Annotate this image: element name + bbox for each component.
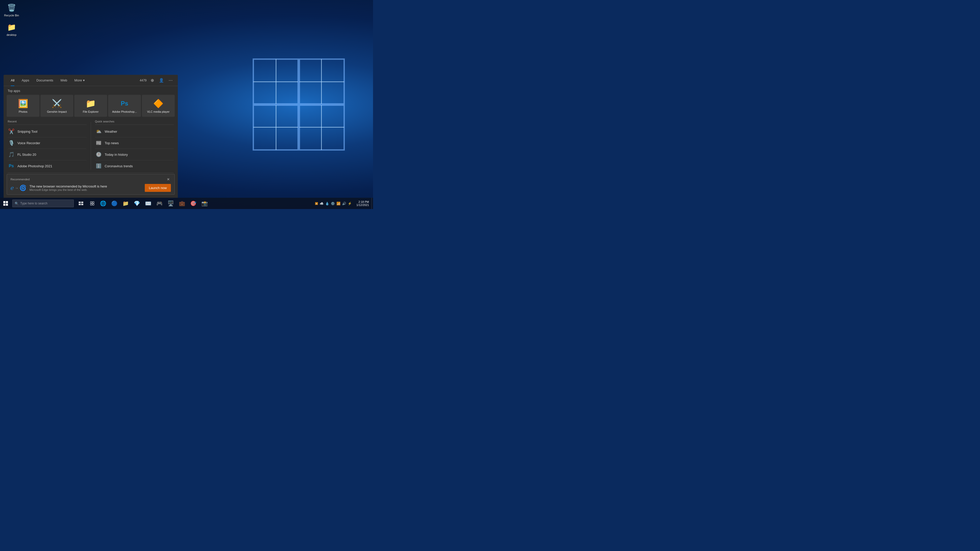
quick-coronavirus[interactable]: ℹ️ Coronavirus trends (95, 160, 174, 171)
weather-label: Weather (105, 130, 117, 133)
recommended-label: Recommended (11, 178, 30, 181)
taskbar-chrome[interactable]: 🔵 (109, 198, 120, 209)
photoshop-icon: Ps (119, 98, 130, 109)
file-explorer-label: File Explorer (83, 110, 99, 113)
taskbar-file-explorer[interactable]: 📁 (120, 198, 131, 209)
tray-expand-icon[interactable]: 🔼 (315, 202, 318, 205)
search-placeholder: Type here to search (20, 202, 48, 205)
photoshop-label: Adobe Photoshop... (112, 110, 137, 113)
quick-top-news[interactable]: 📰 Top news (95, 137, 174, 149)
tab-more[interactable]: More ▾ (71, 75, 88, 86)
quick-today-history[interactable]: 🕐 Today in history (95, 149, 174, 160)
arrow-icon: → (15, 186, 18, 190)
recycle-bin-label: Recycle Bin (4, 14, 19, 17)
recycle-bin-icon[interactable]: 🗑️ Recycle Bin (3, 3, 21, 17)
coronavirus-label: Coronavirus trends (105, 164, 133, 168)
quick-weather[interactable]: ⛅ Weather (95, 126, 174, 137)
recent-item-voice[interactable]: 🎙️ Voice Recorder (8, 137, 87, 149)
task-view-button[interactable] (76, 198, 86, 209)
taskbar-steam[interactable]: 🎯 (188, 198, 199, 209)
start-button[interactable] (0, 198, 11, 209)
fl-studio-label: FL Studio 20 (18, 152, 36, 157)
photoshop-recent-icon: Ps (8, 162, 15, 170)
recent-item-fl[interactable]: 🎵 FL Studio 20 (8, 149, 87, 160)
taskbar-photos[interactable]: 📸 (199, 198, 210, 209)
svg-rect-22 (91, 204, 92, 205)
svg-rect-16 (79, 202, 81, 203)
top-apps-label: Top apps (3, 86, 178, 95)
desktop-folder-image: 📁 (6, 22, 17, 32)
recent-item-photoshop[interactable]: Ps Adobe Photoshop 2021 (8, 160, 87, 171)
widgets-button[interactable] (87, 198, 97, 209)
photos-icon: 🖼️ (18, 98, 28, 109)
bing-icon[interactable]: ⊕ (149, 77, 156, 84)
svg-rect-14 (3, 204, 5, 206)
app-tile-vlc[interactable]: 🔶 VLC media player (142, 95, 175, 117)
tab-apps[interactable]: Apps (18, 75, 33, 86)
search-icon: 🔍 (14, 202, 19, 205)
svg-rect-20 (91, 202, 92, 203)
recommended-text: The new browser recommended by Microsoft… (29, 184, 107, 191)
recommended-subtitle: Microsoft Edge brings you the best of th… (29, 188, 107, 191)
svg-rect-13 (6, 201, 8, 203)
taskbar-right: 🔼 ☁️ 💧 ⚙️ 📶 🔊 ⚡ 2:18 PM 1/12/2021 (313, 198, 373, 209)
onedrive-icon[interactable]: ☁️ (320, 202, 324, 205)
taskbar-app1[interactable]: 🖥️ (165, 198, 176, 209)
dropbox-icon[interactable]: 💧 (325, 202, 329, 205)
more-options-icon[interactable]: ⋯ (167, 77, 174, 84)
svg-rect-18 (79, 204, 81, 205)
clock-date: 1/12/2021 (356, 203, 369, 206)
tab-web[interactable]: Web (57, 75, 71, 86)
recent-column: Recent ✂️ Snipping Tool 🎙️ Voice Recorde… (3, 120, 91, 171)
taskbar-search[interactable]: 🔍 Type here to search (12, 200, 74, 207)
svg-rect-23 (92, 204, 94, 205)
user-icon[interactable]: 👤 (158, 77, 165, 84)
taskbar-edge[interactable]: 🌐 (97, 198, 109, 209)
taskbar-game1[interactable]: 🎮 (154, 198, 165, 209)
app-tile-file-explorer[interactable]: 📁 File Explorer (74, 95, 107, 117)
tab-documents[interactable]: Documents (33, 75, 57, 86)
voice-recorder-label: Voice Recorder (18, 141, 40, 145)
taskbar-scratch[interactable]: 💎 (131, 198, 142, 209)
svg-rect-21 (92, 202, 94, 203)
recent-label: Recent (8, 120, 87, 125)
tab-more-label: More (74, 78, 82, 82)
coronavirus-icon: ℹ️ (95, 162, 102, 170)
volume-icon[interactable]: 🔊 (342, 202, 346, 205)
tab-all[interactable]: All (7, 75, 18, 86)
app-tile-photoshop[interactable]: Ps Adobe Photoshop... (108, 95, 141, 117)
fl-studio-icon: 🎵 (8, 151, 15, 158)
settings-icon[interactable]: ⚙️ (331, 202, 335, 205)
system-tray: 🔼 ☁️ 💧 ⚙️ 📶 🔊 ⚡ (313, 202, 354, 205)
taskbar-clock[interactable]: 2:18 PM 1/12/2021 (354, 198, 372, 209)
genshin-icon: ⚔️ (52, 98, 62, 109)
taskbar-apps: 🌐 🔵 📁 💎 ✉️ 🎮 🖥️ 💼 🎯 📸 (97, 198, 210, 209)
show-desktop-button[interactable] (372, 198, 373, 209)
taskbar-wallet[interactable]: 💼 (176, 198, 188, 209)
desktop-folder-icon[interactable]: 📁 desktop (3, 22, 21, 37)
old-edge-icon: ℯ (11, 185, 14, 191)
vlc-label: VLC media player (147, 110, 169, 113)
desktop-folder-label: desktop (7, 33, 17, 37)
app-tile-genshin[interactable]: ⚔️ Genshin Impact (40, 95, 73, 117)
top-news-label: Top news (105, 141, 119, 145)
quick-searches-label: Quick searches (95, 120, 174, 125)
wifi-icon[interactable]: 📶 (336, 202, 340, 205)
recommended-close-button[interactable]: ✕ (166, 177, 171, 182)
recent-item-snipping[interactable]: ✂️ Snipping Tool (8, 126, 87, 137)
snipping-tool-icon: ✂️ (8, 128, 15, 135)
genshin-label: Genshin Impact (47, 110, 67, 113)
recommended-title: The new browser recommended by Microsoft… (29, 184, 107, 188)
voice-recorder-icon: 🎙️ (8, 139, 15, 146)
search-panel: All Apps Documents Web More ▾ 4479 ⊕ 👤 ⋯… (3, 75, 178, 198)
recommended-header: Recommended ✕ (11, 177, 171, 182)
app-tile-photos[interactable]: 🖼️ Photos (7, 95, 40, 117)
top-news-icon: 📰 (95, 139, 102, 146)
launch-now-button[interactable]: Launch now (145, 184, 171, 192)
svg-rect-19 (81, 204, 83, 205)
battery-icon[interactable]: ⚡ (348, 202, 352, 205)
browser-icons: ℯ → 🌀 (11, 185, 26, 191)
search-badge: 4479 (140, 79, 146, 82)
photos-label: Photos (19, 110, 27, 113)
taskbar-mail[interactable]: ✉️ (142, 198, 154, 209)
